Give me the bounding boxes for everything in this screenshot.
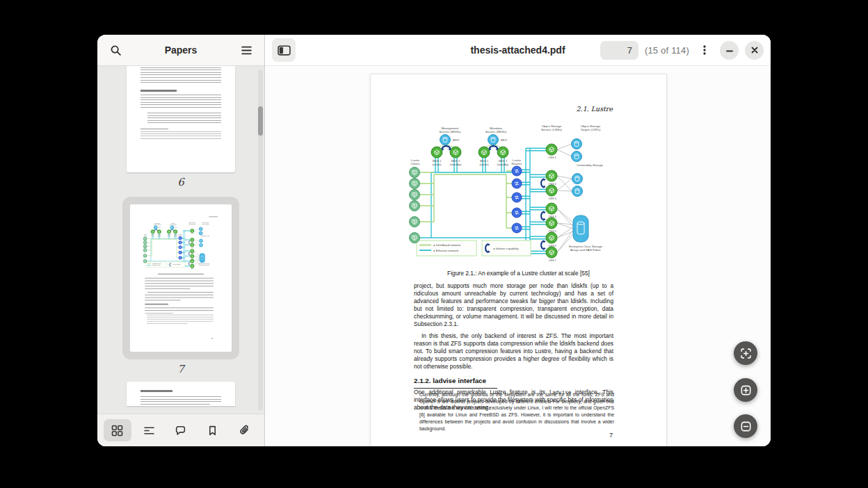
close-icon — [750, 45, 760, 55]
sidebar-scrollbar-handle[interactable] — [258, 106, 263, 136]
minimize-icon — [725, 45, 734, 55]
outline-tab-button[interactable] — [135, 419, 163, 441]
main-headerbar: thesis-attached4.pdf (15 of 114) — [265, 35, 771, 66]
grid-icon — [111, 425, 123, 437]
thumbnails-tab-button[interactable] — [104, 419, 131, 441]
thumbnail-page-number: 7 — [177, 363, 184, 375]
running-header: 2.1. Lustre — [577, 105, 613, 113]
attachments-tab-button[interactable] — [230, 419, 258, 441]
thumbnail-page-7-selected[interactable] — [122, 197, 239, 359]
search-button[interactable] — [104, 39, 127, 61]
more-options-button[interactable] — [696, 39, 714, 61]
papers-window: Papers — [97, 35, 771, 446]
annotations-tab-button[interactable] — [167, 419, 195, 441]
thumbnail-page-7-preview — [130, 204, 232, 352]
footnote-rule — [414, 388, 497, 389]
speech-bubble-icon — [175, 425, 186, 437]
lustre-cluster-figure — [401, 118, 623, 266]
zoom-in-button[interactable] — [734, 378, 757, 402]
document-view: 2.1. Lustre Figure 2.1.: An example of a… — [265, 66, 771, 446]
document-title: thesis-attached4.pdf — [470, 44, 565, 56]
main-area: thesis-attached4.pdf (15 of 114) — [265, 35, 771, 446]
section-heading: 2.1.2. ladvise interface — [414, 377, 613, 384]
page-count-label: (15 of 114) — [645, 45, 689, 56]
thumbnail-list: 6 — [97, 66, 264, 414]
pdf-page-number: 7 — [609, 432, 613, 439]
hamburger-menu-icon — [241, 44, 252, 56]
paragraph: In this thesis, the only backend of inte… — [414, 332, 613, 371]
footnote-text: Currently, although the grounds of the f… — [419, 391, 614, 432]
figure-caption: Figure 2.1.: An example of a Lustre clus… — [371, 270, 666, 277]
split-pane-icon — [278, 44, 291, 56]
fit-page-icon — [740, 348, 752, 359]
kebab-menu-icon — [699, 44, 710, 56]
sidebar-toggle-button[interactable] — [272, 38, 296, 62]
paperclip-icon — [239, 425, 250, 437]
thumbnail-page-6[interactable] — [127, 66, 235, 172]
sidebar-headerbar: Papers — [97, 35, 264, 66]
close-button[interactable] — [745, 41, 764, 60]
pdf-page: 2.1. Lustre Figure 2.1.: An example of a… — [370, 74, 667, 446]
sidebar-toolbar — [97, 414, 264, 446]
sidebar: Papers — [97, 35, 265, 446]
thumbnail-page-8[interactable] — [127, 382, 235, 406]
page-number-input[interactable] — [600, 41, 638, 60]
main-menu-button[interactable] — [235, 39, 257, 61]
thumbnail-page-number: 6 — [177, 176, 184, 188]
zoom-out-button[interactable] — [734, 414, 757, 438]
paragraph: project, but supports much more storage … — [414, 282, 613, 328]
zoom-in-icon — [740, 384, 752, 396]
zoom-fit-button[interactable] — [734, 341, 757, 365]
sidebar-scrollbar[interactable] — [258, 70, 263, 410]
zoom-out-icon — [740, 421, 752, 432]
minimize-button[interactable] — [720, 41, 739, 60]
bookmark-icon — [207, 425, 218, 437]
outline-icon — [143, 425, 155, 437]
bookmarks-tab-button[interactable] — [199, 419, 227, 441]
search-icon — [110, 44, 122, 56]
app-title: Papers — [131, 44, 231, 56]
